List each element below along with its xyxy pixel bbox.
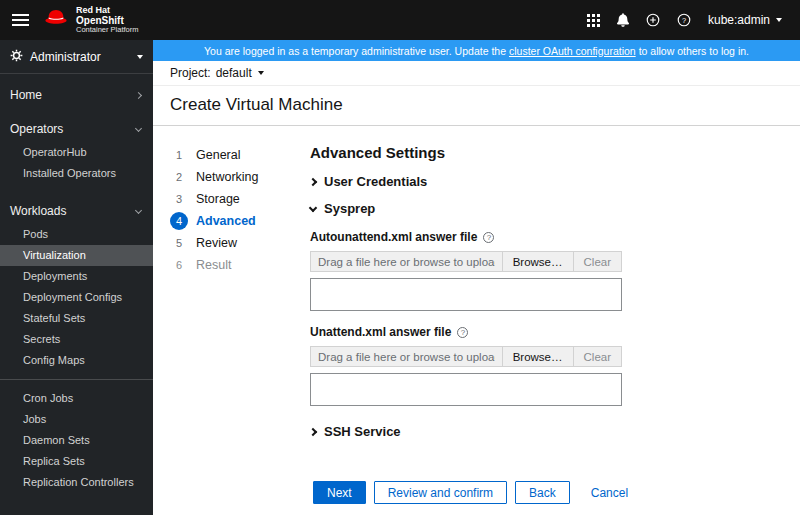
banner-text-before: You are logged in as a temporary adminis…	[204, 45, 506, 57]
step-label: Advanced	[196, 214, 256, 228]
step-number: 1	[170, 146, 188, 164]
sidebar-nav: Administrator Home Operators OperatorHub…	[0, 40, 153, 515]
step-label: General	[196, 148, 240, 162]
chevron-right-icon	[309, 177, 317, 185]
app-root: Red Hat OpenShift Container Platform ? k…	[0, 0, 800, 515]
sidebar-item-deployment-configs[interactable]: Deployment Configs	[0, 287, 153, 308]
browse-button[interactable]: Browse…	[502, 346, 574, 367]
clear-button[interactable]: Clear	[573, 251, 622, 272]
wizard-step-review[interactable]: 5 Review	[170, 232, 310, 254]
browse-button[interactable]: Browse…	[502, 251, 574, 272]
add-plus-circle-icon[interactable]	[646, 13, 660, 27]
cancel-button[interactable]: Cancel	[582, 481, 637, 504]
back-button[interactable]: Back	[515, 481, 570, 504]
sidebar-item-installed-operators[interactable]: Installed Operators	[0, 163, 153, 184]
sidebar-item-label: Home	[10, 88, 42, 102]
wizard-steps: 1 General 2 Networking 3 Storage 4 Advan…	[170, 136, 310, 515]
sidebar-item-stateful-sets[interactable]: Stateful Sets	[0, 308, 153, 329]
step-number: 2	[170, 168, 188, 186]
project-bar: Project: default	[153, 61, 800, 86]
help-icon[interactable]	[457, 327, 468, 338]
nav-toggle-icon[interactable]	[12, 11, 29, 29]
caret-down-icon	[137, 55, 143, 59]
brand-line3: Container Platform	[76, 26, 139, 34]
help-question-circle-icon[interactable]: ?	[677, 13, 691, 27]
sidebar-item-secrets[interactable]: Secrets	[0, 329, 153, 350]
nav-divider	[0, 379, 153, 380]
redhat-fedora-icon	[43, 5, 69, 35]
user-menu[interactable]: kube:admin	[708, 13, 782, 27]
step-number: 4	[170, 212, 188, 230]
page-title: Create Virtual Machine	[170, 95, 783, 115]
sidebar-item-label: Operators	[10, 122, 63, 136]
user-menu-label: kube:admin	[708, 13, 770, 27]
expander-sysprep[interactable]: Sysprep	[310, 201, 783, 216]
sidebar-item-cron-jobs[interactable]: Cron Jobs	[0, 388, 153, 409]
unattend-field-group: Unattend.xml answer file Browse… Clear	[310, 325, 783, 406]
gear-icon	[10, 49, 23, 65]
sidebar-item-jobs[interactable]: Jobs	[0, 409, 153, 430]
wizard-step-storage[interactable]: 3 Storage	[170, 188, 310, 210]
sidebar-item-deployments[interactable]: Deployments	[0, 266, 153, 287]
step-label: Review	[196, 236, 237, 250]
sidebar-item-operatorhub[interactable]: OperatorHub	[0, 142, 153, 163]
expander-label: SSH Service	[324, 424, 401, 439]
chevron-right-icon	[135, 91, 142, 98]
create-vm-wizard: 1 General 2 Networking 3 Storage 4 Advan…	[153, 126, 800, 515]
project-value: default	[216, 66, 252, 80]
notifications-bell-icon[interactable]	[617, 13, 629, 27]
autounattend-content-textarea[interactable]	[310, 278, 622, 311]
brand-logo[interactable]: Red Hat OpenShift Container Platform	[43, 5, 139, 35]
sidebar-item-config-maps[interactable]: Config Maps	[0, 350, 153, 371]
autounattend-field-group: Autounattend.xml answer file Browse… Cle…	[310, 230, 783, 311]
login-banner: You are logged in as a temporary adminis…	[153, 40, 800, 61]
wizard-step-result: 6 Result	[170, 254, 310, 276]
sidebar-item-pods[interactable]: Pods	[0, 224, 153, 245]
chevron-down-icon	[135, 124, 142, 131]
caret-down-icon	[776, 18, 782, 22]
app-launcher-icon[interactable]	[587, 14, 600, 27]
masthead: Red Hat OpenShift Container Platform ? k…	[0, 0, 800, 40]
wizard-step-networking[interactable]: 2 Networking	[170, 166, 310, 188]
sidebar-item-replication-controllers[interactable]: Replication Controllers	[0, 472, 153, 493]
help-icon[interactable]	[483, 232, 494, 243]
next-button[interactable]: Next	[313, 481, 366, 504]
expander-label: Sysprep	[324, 201, 375, 216]
project-selector[interactable]: default	[216, 66, 264, 80]
svg-text:?: ?	[682, 16, 686, 25]
chevron-right-icon	[309, 427, 317, 435]
content-heading: Advanced Settings	[310, 144, 783, 161]
unattend-file-input[interactable]	[310, 346, 503, 367]
sidebar-item-virtualization[interactable]: Virtualization	[0, 245, 153, 266]
expander-label: User Credentials	[324, 174, 427, 189]
clear-button[interactable]: Clear	[573, 346, 622, 367]
autounattend-file-input[interactable]	[310, 251, 503, 272]
step-number: 3	[170, 190, 188, 208]
step-number: 6	[170, 256, 188, 274]
page-header: Create Virtual Machine	[153, 86, 800, 126]
unattend-content-textarea[interactable]	[310, 373, 622, 406]
main-content: You are logged in as a temporary adminis…	[153, 40, 800, 515]
review-and-confirm-button[interactable]: Review and confirm	[374, 481, 507, 504]
wizard-step-advanced[interactable]: 4 Advanced	[170, 210, 310, 232]
sidebar-item-replica-sets[interactable]: Replica Sets	[0, 451, 153, 472]
sidebar-item-daemon-sets[interactable]: Daemon Sets	[0, 430, 153, 451]
sidebar-item-workloads[interactable]: Workloads	[0, 198, 153, 224]
sidebar-item-home[interactable]: Home	[0, 82, 153, 108]
expander-ssh-service[interactable]: SSH Service	[310, 424, 783, 439]
brand-line1: Red Hat	[76, 5, 139, 15]
sidebar-item-operators[interactable]: Operators	[0, 116, 153, 142]
step-label: Storage	[196, 192, 240, 206]
advanced-settings-panel: Advanced Settings User Credentials Syspr…	[310, 136, 783, 515]
sidebar-item-label: Workloads	[10, 204, 66, 218]
oauth-configuration-link[interactable]: cluster OAuth configuration	[509, 45, 636, 57]
wizard-step-general[interactable]: 1 General	[170, 144, 310, 166]
field-label: Autounattend.xml answer file	[310, 230, 477, 244]
chevron-down-icon	[309, 203, 317, 211]
banner-text-after: to allow others to log in.	[639, 45, 749, 57]
field-label: Unattend.xml answer file	[310, 325, 451, 339]
step-number: 5	[170, 234, 188, 252]
perspective-switcher[interactable]: Administrator	[0, 40, 153, 74]
expander-user-credentials[interactable]: User Credentials	[310, 174, 783, 189]
step-label: Networking	[196, 170, 259, 184]
